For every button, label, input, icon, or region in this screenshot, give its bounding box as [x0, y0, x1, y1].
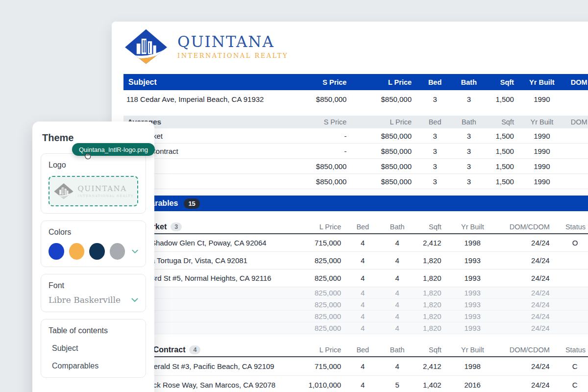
comp-sqft: 1,820	[410, 274, 441, 282]
logo-dropzone[interactable]: QUINTANA INTERNATIONAL REALTY	[49, 176, 138, 206]
averages-row: On Market - $850,000 3 3 1,500 1990	[123, 128, 588, 144]
theme-panel: Theme Logo QUINTANA INTERNATIONAL REALTY…	[32, 122, 154, 392]
comp-l-price: 715,000	[277, 362, 341, 370]
avg-bath: 3	[458, 132, 480, 140]
averages-row: Sold $850,000 $850,000 3 3 1,500 1990	[123, 159, 588, 174]
comp-bed: 4	[341, 274, 384, 282]
comparable-row-muted: 825,000 4 4 1,820 1993 24/24	[123, 322, 588, 334]
font-card: Font Libre Baskerville	[41, 274, 146, 312]
avg-l-price: $850,000	[346, 177, 412, 186]
comparable-row-muted: 825,000 4 4 1,820 1993 24/24	[123, 287, 588, 299]
comp-yr-built: 1993	[441, 312, 504, 320]
brand-name: QUINTANA	[177, 34, 288, 50]
comp-dom: 24/24	[504, 239, 550, 247]
comp-bed: 4	[341, 239, 384, 247]
font-select-value: Libre Baskerville	[49, 295, 121, 305]
grab-cursor-icon	[83, 151, 93, 161]
font-select[interactable]: Libre Baskerville	[49, 295, 138, 305]
comparable-row: 13685 Shadow Glen Ct, Poway, CA 92064 71…	[123, 234, 588, 252]
avg-bed: 3	[412, 177, 458, 186]
comp-l-price: 825,000	[277, 289, 341, 297]
avg-yr-built: 1990	[514, 177, 570, 186]
col-dom-cdom: DOM/CDOM	[504, 223, 550, 231]
comp-bath: 4	[384, 312, 410, 320]
logo-card: Logo QUINTANA INTERNATIONAL REALTY	[41, 153, 146, 214]
comp-bed: 4	[341, 362, 384, 370]
color-swatch-orange[interactable]	[69, 243, 85, 260]
brand-tagline: INTERNATIONAL REALTY	[177, 52, 288, 59]
col-yr-built: Yr Built	[441, 346, 504, 354]
comp-sqft: 2,412	[410, 239, 441, 247]
comparable-row: 845 Emerald St #3, Pacific Beach, CA 921…	[123, 357, 588, 376]
color-swatch-navy[interactable]	[89, 243, 105, 260]
avg-yr-built: 1990	[514, 147, 570, 155]
col-bath: Bath	[384, 346, 410, 354]
color-swatch-gray[interactable]	[110, 243, 125, 260]
col-bed: Bed	[341, 346, 384, 354]
comparables-count-badge: 15	[184, 198, 199, 209]
comp-yr-built: 1998	[441, 362, 504, 370]
col-bath: Bath	[384, 223, 410, 231]
on-market-group-header: On Market 3 L Price Bed Bath Sqft Yr Bui…	[123, 220, 588, 234]
toc-item-subject[interactable]: Subject	[52, 344, 138, 353]
toc-item-comparables[interactable]: Comparables	[52, 362, 138, 370]
col-l-price: L Price	[277, 223, 341, 231]
comp-yr-built: 2016	[441, 381, 504, 389]
chevron-down-icon[interactable]	[132, 249, 138, 254]
comp-dom: 24/24	[504, 362, 550, 370]
comp-yr-built: 1993	[441, 289, 504, 297]
comp-bed: 4	[341, 256, 384, 265]
col-l-price: L Price	[346, 78, 412, 86]
comp-bed: 4	[341, 289, 384, 297]
brand-header: QUINTANA INTERNATIONAL REALTY	[123, 28, 588, 65]
logo-card-title: Logo	[49, 161, 138, 170]
col-sqft: Sqft	[480, 118, 514, 126]
comparables-section-header: Comparables 15	[123, 196, 588, 211]
comp-yr-built: 1993	[441, 300, 504, 309]
comp-status: C	[550, 362, 588, 370]
avg-s-price: -	[284, 147, 347, 155]
col-bath: Bath	[458, 78, 480, 86]
subject-sqft: 1,500	[480, 95, 514, 103]
col-s-price: S Price	[284, 118, 347, 126]
brand-logo-icon	[123, 28, 169, 65]
comp-sqft: 1,820	[410, 300, 441, 309]
logo-preview-icon	[53, 183, 74, 199]
comparable-row: 4076 33rd St #5, Normal Heights, CA 9211…	[123, 270, 588, 287]
col-bed: Bed	[412, 78, 458, 86]
logo-preview-tagline: INTERNATIONAL REALTY	[78, 194, 134, 198]
avg-s-price: $850,000	[284, 162, 347, 171]
avg-s-price: $850,000	[284, 177, 347, 186]
col-dom-cdom: DOM/CDOM	[504, 346, 550, 354]
comp-sqft: 1,820	[410, 256, 441, 265]
avg-sqft: 1,500	[480, 162, 514, 171]
chevron-down-icon	[131, 298, 138, 302]
col-status: Status	[550, 223, 588, 231]
avg-yr-built: 1990	[514, 132, 570, 140]
comp-l-price: 825,000	[277, 274, 341, 282]
subject-s-price: $850,000	[284, 95, 347, 103]
comp-dom: 24/24	[504, 289, 550, 297]
under-contract-group-header: Under Contract 4 L Price Bed Bath Sqft Y…	[123, 343, 588, 357]
group-count-badge: 3	[171, 222, 182, 231]
avg-s-price: -	[284, 132, 347, 140]
avg-sqft: 1,500	[480, 147, 514, 155]
color-swatch-blue[interactable]	[49, 243, 64, 260]
comp-sqft: 2,412	[410, 362, 441, 370]
comp-l-price: 1,010,000	[277, 381, 341, 389]
col-yr-built: Yr Built	[514, 118, 570, 126]
col-bed: Bed	[341, 223, 384, 231]
comp-bath: 4	[384, 274, 410, 282]
comparable-row: 233 Black Rose Way, San Marcos, CA 92078…	[123, 376, 588, 392]
avg-l-price: $850,000	[346, 132, 412, 140]
comp-yr-built: 1998	[441, 239, 504, 247]
col-l-price: L Price	[346, 118, 412, 126]
col-dom: DOM	[570, 78, 588, 86]
logo-file-drag-chip[interactable]: Quintana_IntlR-logo.png	[72, 143, 155, 156]
comp-l-price: 825,000	[277, 324, 341, 332]
subject-table-header: Subject S Price L Price Bed Bath Sqft Yr…	[123, 74, 588, 90]
comp-bath: 5	[384, 381, 410, 389]
col-sqft: Sqft	[410, 346, 441, 354]
comp-sqft: 1,820	[410, 289, 441, 297]
colors-card-title: Colors	[49, 228, 138, 237]
